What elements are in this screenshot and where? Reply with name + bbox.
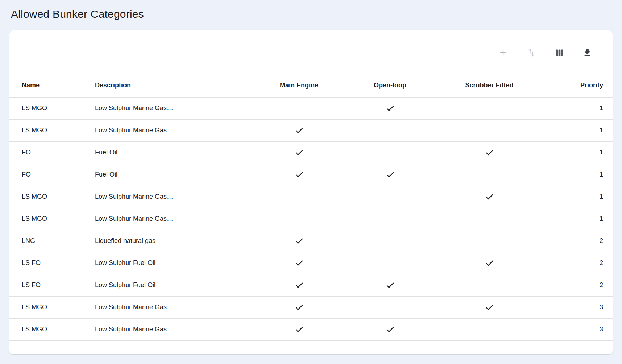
cell-main-engine xyxy=(241,252,357,274)
table-row[interactable]: LNGLiquefied natural gas2 xyxy=(9,230,613,252)
cell-priority: 2 xyxy=(555,252,613,274)
check-icon xyxy=(294,280,304,290)
cell-description: Fuel Oil xyxy=(89,164,241,186)
table-row[interactable]: LS FOLow Sulphur Fuel Oil2 xyxy=(9,274,613,296)
cell-open-loop xyxy=(357,208,423,230)
sort-button[interactable] xyxy=(525,46,538,59)
cell-scrubber-fitted xyxy=(423,296,555,318)
cell-main-engine xyxy=(241,164,357,186)
cell-description: Low Sulphur Marine Gas… xyxy=(89,119,241,141)
cell-priority: 1 xyxy=(555,141,613,164)
table-row[interactable]: LS MGOLow Sulphur Marine Gas…1 xyxy=(9,208,613,230)
cell-scrubber-fitted xyxy=(423,230,555,252)
cell-description: Liquefied natural gas xyxy=(89,230,241,252)
cell-open-loop xyxy=(357,141,423,164)
cell-description: Low Sulphur Marine Gas… xyxy=(89,208,241,230)
cell-scrubber-fitted xyxy=(423,318,555,340)
cell-priority: 1 xyxy=(555,164,613,186)
cell-scrubber-fitted xyxy=(423,97,555,119)
cell-main-engine xyxy=(241,208,357,230)
check-icon xyxy=(294,236,304,246)
cell-description: Fuel Oil xyxy=(89,141,241,164)
table-row[interactable]: LS FOLow Sulphur Fuel Oil2 xyxy=(9,252,613,274)
column-header-name[interactable]: Name xyxy=(9,74,89,97)
check-icon xyxy=(294,148,304,157)
download-button[interactable] xyxy=(581,46,594,59)
cell-scrubber-fitted xyxy=(423,252,555,274)
cell-open-loop xyxy=(357,296,423,318)
cell-scrubber-fitted xyxy=(423,164,555,186)
cell-main-engine xyxy=(241,296,357,318)
add-button[interactable] xyxy=(497,46,510,59)
check-icon xyxy=(294,302,304,312)
page: Allowed Bunker Categories xyxy=(0,0,622,364)
check-icon xyxy=(485,148,494,157)
cell-description: Low Sulphur Marine Gas… xyxy=(89,186,241,208)
table-row[interactable]: FOFuel Oil1 xyxy=(9,164,613,186)
columns-button[interactable] xyxy=(553,46,566,59)
table-row[interactable]: LS MGOLow Sulphur Marine Gas…1 xyxy=(9,186,613,208)
cell-open-loop xyxy=(357,119,423,141)
cell-priority: 3 xyxy=(555,318,613,340)
cell-scrubber-fitted xyxy=(423,274,555,296)
cell-name: FO xyxy=(9,164,89,186)
cell-main-engine xyxy=(241,230,357,252)
plus-icon xyxy=(498,47,508,58)
check-icon xyxy=(485,192,494,202)
cell-open-loop xyxy=(357,97,423,119)
column-header-description[interactable]: Description xyxy=(89,74,241,97)
cell-description: Low Sulphur Marine Gas… xyxy=(89,97,241,119)
cell-main-engine xyxy=(241,274,357,296)
table-row[interactable]: LS MGOLow Sulphur Marine Gas…1 xyxy=(9,119,613,141)
table-row[interactable]: LS MGOLow Sulphur Marine Gas…3 xyxy=(9,318,613,340)
cell-description: Low Sulphur Fuel Oil xyxy=(89,252,241,274)
check-icon xyxy=(294,258,304,268)
check-icon xyxy=(385,280,395,290)
column-header-open-loop[interactable]: Open-loop xyxy=(357,74,423,97)
cell-priority: 1 xyxy=(555,186,613,208)
cell-main-engine xyxy=(241,119,357,141)
table-row[interactable]: LS MGOLow Sulphur Marine Gas…1 xyxy=(9,97,613,119)
cell-scrubber-fitted xyxy=(423,208,555,230)
cell-name: LS MGO xyxy=(9,296,89,318)
cell-open-loop xyxy=(357,318,423,340)
cell-name: LS MGO xyxy=(9,318,89,340)
cell-open-loop xyxy=(357,164,423,186)
cell-main-engine xyxy=(241,318,357,340)
cell-priority: 1 xyxy=(555,208,613,230)
columns-icon xyxy=(555,48,564,58)
check-icon xyxy=(385,170,395,179)
cell-description: Low Sulphur Fuel Oil xyxy=(89,274,241,296)
check-icon xyxy=(385,324,395,334)
column-header-scrubber-fitted[interactable]: Scrubber Fitted xyxy=(423,74,555,97)
download-icon xyxy=(582,48,592,58)
cell-priority: 3 xyxy=(555,296,613,318)
cell-main-engine xyxy=(241,97,357,119)
cell-description: Low Sulphur Marine Gas… xyxy=(89,318,241,340)
cell-name: LS FO xyxy=(9,252,89,274)
cell-name: LS MGO xyxy=(9,208,89,230)
column-header-priority[interactable]: Priority xyxy=(555,74,613,97)
cell-open-loop xyxy=(357,252,423,274)
table-row[interactable]: FOFuel Oil1 xyxy=(9,141,613,164)
cell-priority: 1 xyxy=(555,97,613,119)
cell-main-engine xyxy=(241,141,357,164)
cell-name: LS FO xyxy=(9,274,89,296)
check-icon xyxy=(485,302,494,312)
table-body: LS MGOLow Sulphur Marine Gas…1LS MGOLow … xyxy=(9,97,613,340)
cell-name: LS MGO xyxy=(9,119,89,141)
table-row[interactable]: LS MGOLow Sulphur Marine Gas…3 xyxy=(9,296,613,318)
cell-scrubber-fitted xyxy=(423,119,555,141)
column-header-main-engine[interactable]: Main Engine xyxy=(241,74,357,97)
cell-name: LS MGO xyxy=(9,97,89,119)
cell-open-loop xyxy=(357,186,423,208)
check-icon xyxy=(294,324,304,334)
table-toolbar xyxy=(9,30,613,64)
check-icon xyxy=(294,170,304,179)
cell-open-loop xyxy=(357,274,423,296)
bunker-categories-card: Name Description Main Engine Open-loop S… xyxy=(9,30,613,354)
cell-open-loop xyxy=(357,230,423,252)
cell-scrubber-fitted xyxy=(423,186,555,208)
cell-priority: 2 xyxy=(555,230,613,252)
sort-arrows-icon xyxy=(526,47,536,58)
